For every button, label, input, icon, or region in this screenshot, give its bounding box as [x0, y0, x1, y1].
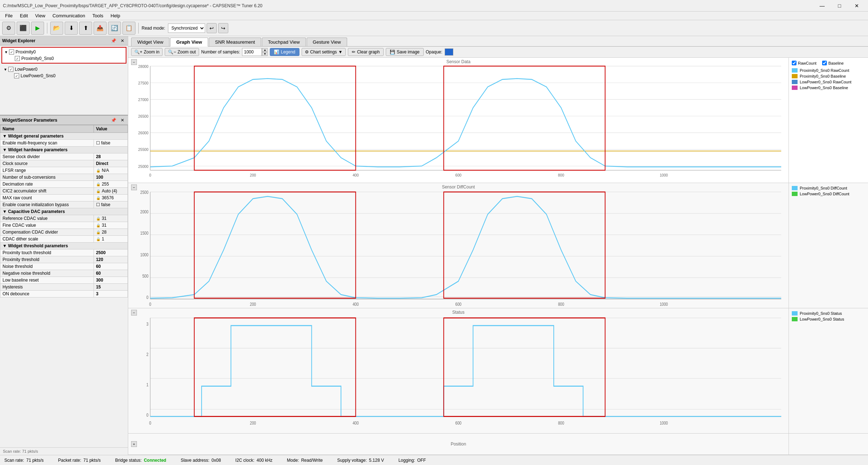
- supply-voltage-label: Supply voltage:: [337, 458, 367, 463]
- section-threshold: ▼ Widget threshold parameters: [0, 243, 128, 249]
- tree-item-proximity0[interactable]: ▼ ✓ Proximity0: [3, 49, 125, 55]
- param-name: Hysteresis: [0, 284, 94, 291]
- legend-label-p0-raw: Proximity0_Sns0 RawCount: [800, 68, 849, 73]
- param-value: 🔒Auto (4): [94, 188, 128, 195]
- import-button[interactable]: 🔄: [108, 22, 121, 35]
- settings-button[interactable]: ⚙: [2, 22, 15, 35]
- close-button[interactable]: ✕: [848, 0, 865, 11]
- menu-file[interactable]: File: [1, 12, 16, 19]
- checkbox-lowpower0[interactable]: ✓: [8, 67, 13, 72]
- redo-button[interactable]: ↪: [218, 23, 228, 33]
- checkbox-lowpower0-sns0[interactable]: ✓: [14, 73, 19, 78]
- samples-label: Number of samples:: [201, 49, 240, 55]
- zoom-in-icon: 🔍+: [134, 49, 142, 55]
- maximize-button[interactable]: □: [831, 0, 848, 11]
- legend-color-p0-status: [792, 311, 798, 316]
- widget-explorer-title: Widget Explorer: [2, 38, 35, 43]
- legend-color-lp0-status: [792, 317, 798, 321]
- param-name: CIC2 accumulator shift: [0, 188, 94, 195]
- run-button[interactable]: ▶: [31, 22, 44, 35]
- params-close[interactable]: ✕: [119, 117, 126, 123]
- params-controls: 📌 ✕: [109, 117, 126, 123]
- zoom-out-button[interactable]: 🔍− Zoom out: [165, 48, 199, 56]
- baseline-checkbox[interactable]: Baseline: [822, 61, 843, 65]
- stop-button[interactable]: ⬛: [17, 22, 30, 35]
- minimize-button[interactable]: —: [814, 0, 830, 11]
- param-name: MAX raw count: [0, 195, 94, 201]
- tab-touchpad-view[interactable]: Touchpad View: [262, 38, 306, 46]
- diffcount-collapse[interactable]: −: [131, 184, 137, 190]
- svg-text:28000: 28000: [138, 64, 148, 69]
- svg-text:2500: 2500: [140, 190, 148, 195]
- menu-bar: File Edit View Communication Tools Help: [0, 12, 868, 20]
- mode: Mode: Read/Write: [287, 458, 323, 463]
- sensor-data-chart: − Sensor Data: [128, 58, 868, 183]
- menu-tools[interactable]: Tools: [89, 12, 107, 19]
- param-row: Clock sourceDirect: [0, 160, 128, 167]
- col-value: Value: [94, 125, 128, 133]
- clear-graph-button[interactable]: ✏ Clear graph: [348, 48, 384, 56]
- open-button[interactable]: 📂: [50, 22, 63, 35]
- menu-edit[interactable]: Edit: [16, 12, 31, 19]
- params-pin[interactable]: 📌: [109, 117, 118, 123]
- chart-settings-button[interactable]: ⚙ Chart settings ▼: [302, 48, 346, 56]
- legend-color-lp0-base: [792, 86, 798, 90]
- i2c-clock-value: 400 kHz: [256, 458, 272, 463]
- tree-item-lowpower0-sns0[interactable]: ✓ LowPower0_Sns0: [8, 73, 125, 79]
- menu-view[interactable]: View: [31, 12, 49, 19]
- undo-button[interactable]: ↩: [207, 23, 217, 33]
- param-row: Low baseline reset300: [0, 277, 128, 284]
- svg-text:27500: 27500: [138, 81, 148, 85]
- legend-label-lp0-base: LowPower0_Sns0 Baseline: [800, 86, 848, 90]
- charts-area: − Sensor Data: [128, 58, 868, 455]
- widget-explorer-close[interactable]: ✕: [119, 38, 126, 44]
- status-legend: Proximity0_Sns0 Status LowPower0_Sns0 St…: [789, 308, 868, 433]
- supply-voltage: Supply voltage: 5.128 V: [337, 458, 384, 463]
- tree-item-proximity0-sns0[interactable]: ✓ Proximity0_Sns0: [9, 55, 125, 62]
- read-mode-select[interactable]: Synchronized: [168, 23, 205, 33]
- tab-snr-measurement[interactable]: SNR Measurement: [209, 38, 261, 46]
- tab-graph-view[interactable]: Graph View: [170, 38, 208, 47]
- samples-down[interactable]: ▼: [262, 52, 268, 56]
- expand-proximity0[interactable]: ▼: [3, 50, 9, 54]
- param-value: 3: [94, 291, 128, 297]
- legend-proximity0-diffcount: Proximity0_Sns0 DiffCount: [792, 186, 865, 190]
- tree-item-lowpower0[interactable]: ▼ ✓ LowPower0: [3, 66, 125, 73]
- samples-input[interactable]: [242, 48, 262, 56]
- checkbox-proximity0-sns0[interactable]: ✓: [15, 56, 20, 61]
- rawcount-checkbox[interactable]: RawCount: [792, 61, 816, 65]
- param-row: Proximity touch threshold2500: [0, 249, 128, 256]
- checkbox-proximity0[interactable]: ✓: [9, 49, 14, 55]
- param-name: Clock source: [0, 160, 94, 167]
- samples-control: ▲ ▼: [242, 48, 268, 56]
- menu-help[interactable]: Help: [107, 12, 124, 19]
- bridge-status-value: Connected: [144, 458, 166, 463]
- device-button[interactable]: 📋: [122, 22, 135, 35]
- lowpower0-children: ✓ LowPower0_Sns0: [3, 73, 125, 79]
- svg-text:1000: 1000: [660, 302, 668, 307]
- sensor-data-collapse[interactable]: −: [131, 59, 137, 65]
- status-collapse[interactable]: −: [131, 310, 137, 316]
- chart-settings-icon: ⚙: [305, 49, 309, 55]
- position-expand[interactable]: +: [131, 441, 137, 447]
- legend-button[interactable]: 📊 Legend: [270, 48, 299, 56]
- window-title: C:/mtw/MSCLP_Low_Power_Proximity/bsps/TA…: [3, 3, 263, 8]
- widget-explorer: Widget Explorer 📌 ✕ ▼ ✓ Proximity0: [0, 36, 128, 116]
- diffcount-chart-main: − Sensor DiffCount 0: [128, 183, 789, 308]
- export-button[interactable]: 📤: [94, 22, 107, 35]
- expand-lowpower0[interactable]: ▼: [3, 68, 8, 71]
- download-button[interactable]: ⬇: [65, 22, 78, 35]
- upload-button[interactable]: ⬆: [79, 22, 92, 35]
- tab-widget-view[interactable]: Widget View: [131, 38, 169, 46]
- param-value: 🔒255: [94, 181, 128, 188]
- widget-explorer-pin[interactable]: 📌: [109, 38, 118, 44]
- tab-gesture-view[interactable]: Gesture View: [307, 38, 347, 46]
- save-image-button[interactable]: 💾 Save image: [386, 48, 423, 56]
- menu-communication[interactable]: Communication: [49, 12, 88, 19]
- samples-up[interactable]: ▲: [262, 48, 268, 52]
- param-value: 🔒28: [94, 229, 128, 236]
- svg-text:26500: 26500: [138, 114, 148, 119]
- zoom-in-button[interactable]: 🔍+ Zoom in: [131, 48, 163, 56]
- sensor-data-chart-main: − Sensor Data: [128, 58, 789, 183]
- section-hardware: ▼ Widget hardware parameters: [0, 147, 128, 153]
